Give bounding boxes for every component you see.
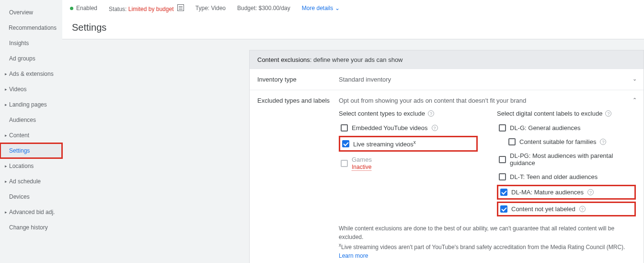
- sidebar-item-label: Insights: [9, 40, 29, 47]
- learn-more-link[interactable]: Learn more: [339, 252, 368, 259]
- caret-icon: ▸: [4, 133, 8, 138]
- caret-icon: ▸: [4, 164, 8, 168]
- sidebar-item-label: Audiences: [9, 117, 36, 123]
- help-icon[interactable]: ?: [579, 206, 586, 212]
- option-label: DL-MA: Mature audiences: [511, 189, 584, 196]
- sidebar-item-label: Change history: [9, 224, 48, 231]
- sidebar-item-label: Recommendations: [9, 24, 57, 31]
- sidebar-item-label: Ads & extensions: [9, 71, 54, 77]
- label-option[interactable]: DL-PG: Most audiences with parental guid…: [497, 150, 636, 169]
- checkbox[interactable]: [499, 124, 506, 132]
- label-option[interactable]: Content suitable for families?: [497, 136, 636, 148]
- option-label: DL-T: Teen and older audiences: [510, 173, 598, 180]
- checkbox[interactable]: [499, 156, 506, 163]
- inventory-label: Inventory type: [257, 76, 339, 83]
- status-dot-icon: [70, 7, 73, 10]
- content-types-column: Select content types to exclude? Embedde…: [339, 110, 478, 218]
- label-option[interactable]: DL-MA: Mature audiences?: [497, 185, 636, 200]
- option-label: GamesInactive: [352, 156, 372, 170]
- sidebar-item-videos[interactable]: ▸Videos: [0, 82, 62, 97]
- help-icon[interactable]: ?: [587, 189, 594, 195]
- labels-column: Select digital content labels to exclude…: [497, 110, 636, 218]
- caret-icon: ▸: [4, 72, 8, 76]
- caret-icon: ▸: [4, 179, 8, 184]
- sidebar-item-ads-extensions[interactable]: ▸Ads & extensions: [0, 66, 62, 82]
- label-option[interactable]: DL-G: General audiences: [497, 122, 636, 134]
- enabled-status: Enabled: [70, 5, 97, 12]
- inventory-value: Standard inventory: [339, 76, 636, 83]
- sidebar-item-overview[interactable]: Overview: [0, 5, 62, 20]
- sidebar-item-label: Landing pages: [9, 101, 47, 108]
- chart-icon[interactable]: [177, 4, 184, 11]
- caret-icon: ▸: [4, 102, 8, 107]
- sidebar-item-change-history[interactable]: Change history: [0, 220, 62, 235]
- content-exclusions-card: Content exclusions: define where your ad…: [249, 50, 644, 263]
- sidebar-item-label: Locations: [9, 163, 34, 169]
- chevron-down-icon: ⌄: [632, 76, 637, 82]
- caret-icon: ▸: [4, 87, 8, 92]
- status-bar: Enabled Status: Limited by budget Type: …: [62, 0, 644, 16]
- option-label: Live streaming videosx: [353, 140, 416, 148]
- content-type-option[interactable]: Embedded YouTube videos?: [339, 122, 478, 134]
- checkbox: [341, 160, 348, 167]
- sidebar-item-devices[interactable]: Devices: [0, 189, 62, 204]
- checkbox[interactable]: [500, 189, 507, 196]
- inventory-type-row[interactable]: Inventory type Standard inventory ⌄: [250, 69, 644, 90]
- sidebar-item-ad-groups[interactable]: Ad groups: [0, 51, 62, 66]
- content-area: Content exclusions: define where your ad…: [62, 39, 644, 263]
- status-field: Status: Limited by budget: [109, 4, 184, 12]
- sidebar-item-label: Ad schedule: [9, 178, 41, 185]
- sidebar-item-label: Content: [9, 132, 29, 139]
- excluded-intro: Opt out from showing your ads on content…: [339, 97, 636, 104]
- option-label: DL-G: General audiences: [510, 124, 580, 132]
- more-details-link[interactable]: More details ⌄: [302, 5, 340, 12]
- main: Enabled Status: Limited by budget Type: …: [62, 0, 644, 263]
- excluded-label: Excluded types and labels: [257, 97, 339, 104]
- card-header: Content exclusions: define where your ad…: [250, 50, 644, 69]
- checkbox[interactable]: [342, 140, 349, 147]
- content-types-heading: Select content types to exclude: [339, 110, 425, 117]
- sidebar-item-label: Settings: [9, 147, 30, 154]
- help-icon[interactable]: ?: [432, 125, 438, 131]
- sidebar-item-label: Ad groups: [9, 55, 35, 62]
- sidebar-item-advanced-bid-adj-[interactable]: ▸Advanced bid adj.: [0, 204, 62, 220]
- page-title: Settings: [62, 16, 644, 39]
- sidebar-item-landing-pages[interactable]: ▸Landing pages: [0, 97, 62, 112]
- option-label: DL-PG: Most audiences with parental guid…: [510, 152, 634, 167]
- help-icon[interactable]: ?: [428, 110, 434, 117]
- sidebar-item-label: Devices: [9, 193, 30, 200]
- type-field: Type: Video: [196, 5, 226, 12]
- footnote: While content exclusions are done to the…: [339, 224, 636, 260]
- sidebar-item-recommendations[interactable]: Recommendations: [0, 20, 62, 36]
- sidebar-item-label: Videos: [9, 86, 26, 93]
- option-label: Content not yet labeled: [511, 205, 575, 213]
- help-icon[interactable]: ?: [600, 139, 606, 145]
- sidebar-item-locations[interactable]: ▸Locations: [0, 158, 62, 174]
- caret-icon: ▸: [4, 210, 8, 215]
- label-option[interactable]: DL-T: Teen and older audiences: [497, 171, 636, 183]
- content-type-option[interactable]: Live streaming videosx: [339, 136, 478, 152]
- chevron-up-icon[interactable]: ⌃: [632, 97, 637, 103]
- help-icon[interactable]: ?: [605, 110, 611, 117]
- option-label: Content suitable for families: [519, 138, 596, 145]
- sidebar-item-settings[interactable]: Settings: [0, 143, 62, 158]
- budget-field: Budget: $300.00/day: [237, 5, 290, 12]
- chevron-down-icon: ⌄: [335, 5, 340, 12]
- sidebar-item-insights[interactable]: Insights: [0, 36, 62, 51]
- checkbox[interactable]: [508, 138, 516, 145]
- excluded-types-row: Excluded types and labels Opt out from s…: [250, 90, 644, 263]
- checkbox[interactable]: [341, 124, 348, 132]
- sidebar: OverviewRecommendationsInsightsAd groups…: [0, 0, 62, 263]
- checkbox[interactable]: [500, 205, 507, 213]
- label-option[interactable]: Content not yet labeled?: [497, 202, 636, 216]
- labels-heading: Select digital content labels to exclude: [497, 110, 602, 117]
- sidebar-item-audiences[interactable]: Audiences: [0, 112, 62, 128]
- sidebar-item-content[interactable]: ▸Content: [0, 128, 62, 143]
- sidebar-item-ad-schedule[interactable]: ▸Ad schedule: [0, 174, 62, 189]
- checkbox[interactable]: [499, 173, 506, 180]
- sidebar-item-label: Overview: [9, 9, 33, 16]
- content-type-option: GamesInactive: [339, 154, 478, 173]
- status-value: Limited by budget: [128, 6, 174, 12]
- option-label: Embedded YouTube videos: [352, 124, 428, 132]
- sidebar-item-label: Advanced bid adj.: [9, 209, 55, 215]
